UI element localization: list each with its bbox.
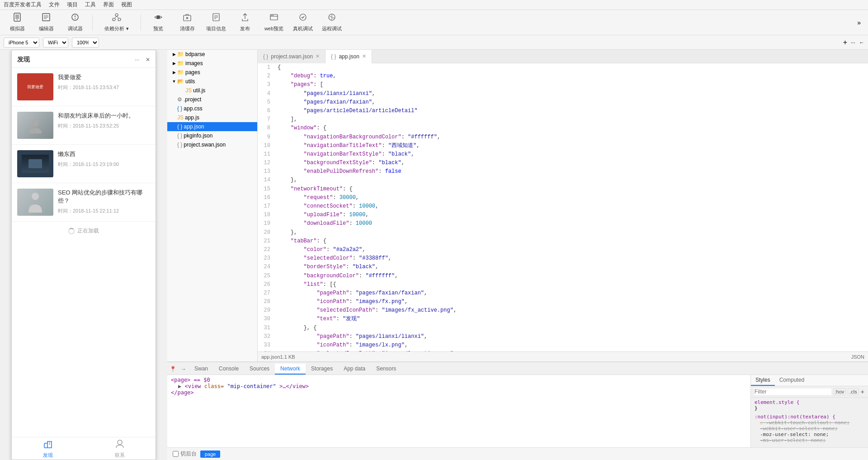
- tree-item-bdparse[interactable]: ▶ 📁 bdparse: [167, 50, 257, 59]
- style-selector-element: element.style {: [755, 399, 864, 405]
- svg-line-14: [117, 16, 118, 18]
- line-number: 27: [258, 289, 276, 298]
- cutback-checkbox-label: 切后台: [173, 450, 197, 458]
- tab-storages[interactable]: Storages: [306, 364, 338, 375]
- code-line: 9 "navigationBarBackgroundColor": "#ffff…: [258, 133, 868, 142]
- tree-item-projectswanjson[interactable]: { } project.swan.json: [167, 140, 257, 149]
- code-line: 20 },: [258, 228, 868, 237]
- projectinfo-btn[interactable]: 项目信息: [203, 12, 230, 33]
- tree-item-appcss[interactable]: { } app.css: [167, 104, 257, 113]
- tab-appdata[interactable]: App data: [338, 364, 371, 375]
- code-line: 32 "pagePath": "pages/lianxi/lianxi",: [258, 332, 868, 341]
- line-content: "request": 30000,: [276, 194, 868, 202]
- zoom-select[interactable]: 100% 75% 50%: [72, 38, 99, 47]
- tree-label-projectswanjson: project.swan.json: [184, 142, 226, 148]
- collapse-btn[interactable]: »: [854, 17, 864, 28]
- feed-time-4: 时间：2018-11-15 22:11:12: [58, 208, 150, 214]
- phone-more-icon[interactable]: ···: [135, 57, 139, 63]
- code-line: 13 "enablePullDownRefresh": false: [258, 167, 868, 176]
- simulator-btn[interactable]: 模拟器: [4, 12, 31, 33]
- line-content: "borderStyle": "black",: [276, 263, 868, 271]
- tab-close-app-json[interactable]: ✕: [362, 53, 366, 59]
- tree-item-images[interactable]: ▶ 📁 images: [167, 59, 257, 68]
- pseudo-hov[interactable]: :hov: [833, 388, 846, 395]
- code-editor: { } project.swan.json ✕ { } app.json ✕ 1…: [258, 50, 868, 361]
- tree-item-appjs[interactable]: JS app.js: [167, 113, 257, 122]
- tree-item-project-config[interactable]: ⚙ .project: [167, 95, 257, 104]
- tab-sources[interactable]: Sources: [244, 364, 275, 375]
- line-content: {: [276, 63, 868, 72]
- styles-tab-styles[interactable]: Styles: [751, 375, 775, 386]
- back-btn[interactable]: ←: [859, 39, 864, 46]
- styles-tab-computed[interactable]: Computed: [775, 375, 809, 386]
- styles-filter-input[interactable]: [755, 389, 831, 395]
- line-number: 25: [258, 272, 276, 280]
- feed-item[interactable]: 和朋友约滚床单后的一小时。 时间：2018-11-15 23:52:25: [12, 106, 156, 145]
- debugger-icon: [71, 13, 80, 24]
- tab-swan[interactable]: Swan: [189, 364, 213, 375]
- editor-btn[interactable]: 编辑器: [33, 12, 60, 33]
- style-prop-webkit-user: -webkit-user-select: none;: [755, 426, 864, 432]
- html-line-close: </page>: [171, 389, 747, 396]
- svg-point-12: [118, 18, 121, 21]
- tab-app-json[interactable]: { } app.json ✕: [326, 50, 372, 63]
- code-line: 21 "tabBar": {: [258, 237, 868, 246]
- webview-btn[interactable]: web预览: [260, 12, 288, 33]
- feed-item[interactable]: 懒东西 时间：2018-11-15 23:19:00: [12, 145, 156, 183]
- line-number: 19: [258, 219, 276, 228]
- device-select[interactable]: iPhone 5 iPhone 6 iPhone X: [4, 38, 39, 47]
- tab-project-swan[interactable]: { } project.swan.json ✕: [258, 50, 326, 63]
- devtools-inspector-btn[interactable]: 📍: [167, 364, 178, 375]
- add-style-btn[interactable]: +: [861, 388, 864, 395]
- clearcache-btn[interactable]: 清缓存: [174, 12, 201, 33]
- tab-network[interactable]: Network: [275, 364, 306, 375]
- svg-point-11: [113, 18, 115, 21]
- nav-contact[interactable]: 联系: [84, 437, 156, 460]
- more-btn[interactable]: ···: [851, 39, 855, 46]
- tab-close-project-swan[interactable]: ✕: [316, 53, 320, 59]
- realtest-btn[interactable]: 真机调试: [289, 12, 316, 33]
- feed-item[interactable]: 我要做爱 我要做爱 时间：2018-11-15 23:53:47: [12, 68, 156, 106]
- expand-icon[interactable]: ▶: [178, 383, 181, 389]
- menu-item-tools2[interactable]: 工具: [85, 1, 96, 9]
- menu-item-view[interactable]: 视图: [121, 1, 132, 9]
- tree-item-pkginfojson[interactable]: { } pkginfo.json: [167, 131, 257, 140]
- dependency-btn[interactable]: 依赖分析 ▾: [96, 12, 137, 33]
- phone-close-icon[interactable]: ✕: [146, 57, 150, 63]
- right-section: ▶ 📁 bdparse ▶ 📁 images ▶ 📁 pages: [167, 50, 868, 460]
- editor-icon: [42, 13, 51, 24]
- feed-item[interactable]: SEO 网站优化的步骤和技巧有哪些？ 时间：2018-11-15 22:11:1…: [12, 183, 156, 222]
- code-line: 8 "window": {: [258, 124, 868, 133]
- svg-point-26: [271, 15, 272, 16]
- line-content: "connectSocket": 10000,: [276, 202, 868, 211]
- code-line: 15 "networkTimeout": {: [258, 185, 868, 194]
- menu-item-tools[interactable]: 百度开发者工具: [4, 1, 42, 9]
- publish-btn[interactable]: 发布: [231, 12, 259, 33]
- nav-discover[interactable]: 发现: [12, 437, 84, 460]
- page-badge[interactable]: page: [200, 451, 220, 458]
- html-attr-class: class=: [204, 383, 224, 389]
- debugger-btn[interactable]: 调试器: [61, 12, 89, 33]
- tab-sensors[interactable]: Sensors: [371, 364, 401, 375]
- tree-item-utils[interactable]: ▼ 📂 utils: [167, 77, 257, 86]
- pseudo-cls[interactable]: .cls: [848, 388, 859, 395]
- code-line: 22 "color": "#a2a2a2",: [258, 246, 868, 254]
- add-tab-btn[interactable]: +: [843, 38, 847, 47]
- feed-thumb-2: [17, 112, 53, 139]
- tree-item-appjson[interactable]: { } app.json: [167, 122, 257, 131]
- tree-item-utiljs[interactable]: JS util.js: [167, 86, 257, 95]
- devtools-arrow-btn[interactable]: →: [178, 364, 189, 375]
- json-icon-appjson: { }: [177, 123, 182, 130]
- tree-item-pages[interactable]: ▶ 📁 pages: [167, 68, 257, 77]
- menu-item-project[interactable]: 项目: [67, 1, 78, 9]
- menu-item-interface[interactable]: 界面: [103, 1, 114, 9]
- menu-item-file[interactable]: 文件: [49, 1, 60, 9]
- cutback-checkbox[interactable]: [173, 451, 179, 457]
- remote-btn[interactable]: 远程调试: [318, 12, 345, 33]
- line-number: 13: [258, 167, 276, 176]
- network-select[interactable]: WiFi 3G LTE: [43, 38, 68, 47]
- tab-console[interactable]: Console: [213, 364, 244, 375]
- code-area[interactable]: 1{2 "debug": true,3 "pages": [4 "pages/l…: [258, 63, 868, 351]
- code-line: 4 "pages/lianxi/lianxi",: [258, 90, 868, 98]
- preview-btn[interactable]: 预览: [145, 12, 172, 33]
